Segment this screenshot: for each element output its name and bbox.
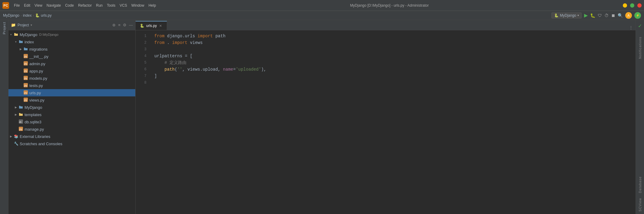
tree-collapse-button[interactable]: ≡ <box>118 23 120 27</box>
editor-menu-button[interactable]: ⋮ <box>629 25 633 30</box>
profile-button[interactable]: ⏱ <box>604 13 609 18</box>
menu-item-tools[interactable]: Tools <box>107 3 115 8</box>
code-area[interactable]: from django.urls import pathfrom . impor… <box>150 30 636 214</box>
tree-icon-mydjango-root <box>13 32 19 37</box>
stop-button[interactable]: ⏹ <box>611 13 615 18</box>
tree-item-views-py[interactable]: pyviews.py <box>8 96 135 104</box>
tree-name-manage-py: manage.py <box>25 127 44 132</box>
svg-text:py: py <box>24 62 27 65</box>
user-avatar[interactable]: A <box>625 12 632 19</box>
tree-arrow-index-folder: ▾ <box>13 40 18 43</box>
tree-item-mydjango-root[interactable]: ▾MyDjangoD:\MyDjango <box>8 31 135 38</box>
tree-arrow-migrations-folder: ▶ <box>18 48 23 51</box>
tree-item-templates-folder[interactable]: ▶templates <box>8 111 135 118</box>
tree-header-icons: ⊕ ≡ ⚙ — <box>112 23 133 27</box>
tree-settings-button[interactable]: ⚙ <box>123 23 126 27</box>
project-panel-label[interactable]: Project <box>0 20 8 214</box>
file-tree-header: 📁 Project ▾ ⊕ ≡ ⚙ — <box>8 20 135 30</box>
tree-hide-button[interactable]: — <box>129 23 133 27</box>
line-number-2: 2 <box>136 39 150 46</box>
tab-file-icon: 🐍 <box>140 24 144 28</box>
code-line-6: path('', views.upload, name='uploaded'), <box>154 66 631 73</box>
editor-tabs: 🐍 urls.py ✕ ⋮ <box>136 20 636 30</box>
tree-item-index-folder[interactable]: ▾index <box>8 38 135 45</box>
debug-button[interactable]: 🐛 <box>590 13 595 18</box>
scview-section[interactable]: SCView <box>636 196 644 214</box>
titlebar: PC FileEditViewNavigateCodeRefactorRunTo… <box>0 0 644 11</box>
editor-area: 🐍 urls.py ✕ ⋮ 12345678 from django.urls … <box>136 20 636 214</box>
run-button[interactable]: ▶ <box>584 12 588 18</box>
tree-item-manage-py[interactable]: pymanage.py <box>8 125 135 133</box>
tree-item-apps-py[interactable]: pyapps.py <box>8 67 135 75</box>
svg-text:py: py <box>19 128 22 131</box>
menu-item-run[interactable]: Run <box>96 3 103 8</box>
menu-item-edit[interactable]: Edit <box>24 3 30 8</box>
tree-icon-tests-py: py <box>23 83 28 88</box>
tree-name-scratches: Scratches and Consoles <box>20 142 62 146</box>
coverage-button[interactable]: 🛡 <box>598 13 602 18</box>
tree-item-mydjango-folder[interactable]: ▶MyDjango <box>8 104 135 111</box>
tree-icon-index-folder <box>18 40 24 44</box>
tree-arrow-mydjango-root: ▾ <box>8 33 13 36</box>
line-number-1: 1 <box>136 33 150 39</box>
tree-icon-mydjango-folder <box>18 105 24 110</box>
breadcrumb-index[interactable]: index <box>23 13 32 18</box>
tree-icon-templates-folder <box>18 112 24 117</box>
code-line-2: from . import views <box>154 39 631 46</box>
minimize-button[interactable] <box>623 3 627 8</box>
menu-bar: FileEditViewNavigateCodeRefactorRunTools… <box>14 3 156 8</box>
line-number-3: 3 <box>136 46 150 53</box>
breadcrumb-mydjango[interactable]: MyDjango <box>3 13 19 18</box>
main-area: Project 📁 Project ▾ ⊕ ≡ ⚙ — ▾MyDjangoD:\… <box>0 20 644 214</box>
tree-item-db-sqlite[interactable]: dbdb.sqlite3 <box>8 118 135 125</box>
tree-item-tests-py[interactable]: pytests.py <box>8 82 135 89</box>
menu-item-window[interactable]: Window <box>131 3 144 8</box>
tree-name-external-libs: External Libraries <box>20 134 50 139</box>
menu-item-file[interactable]: File <box>14 3 20 8</box>
svg-text:py: py <box>24 55 27 58</box>
editor-content: 12345678 from django.urls import pathfro… <box>136 30 636 214</box>
line-number-5: 5 <box>136 59 150 66</box>
tree-name-migrations-folder: migrations <box>29 47 48 52</box>
tree-item-init-py[interactable]: py__init__.py <box>8 53 135 60</box>
tree-icon-models-py: py <box>23 76 28 81</box>
maximize-button[interactable] <box>630 3 634 8</box>
tree-item-models-py[interactable]: pymodels.py <box>8 75 135 82</box>
code-line-4: urlpatterns = [ <box>154 53 631 59</box>
tree-name-models-py: models.py <box>29 76 47 81</box>
tree-header-title: 📁 Project ▾ <box>11 23 110 27</box>
editor-tab-urls-py[interactable]: 🐍 urls.py ✕ <box>136 21 167 30</box>
tree-icon-admin-py: py <box>23 61 28 66</box>
app-logo: PC <box>2 2 9 9</box>
tree-name-views-py: views.py <box>29 98 44 102</box>
tree-item-migrations-folder[interactable]: ▶migrations <box>8 45 135 53</box>
notifications-section[interactable]: Notifications <box>636 32 644 174</box>
tree-icon-external-libs: 📚 <box>13 134 19 139</box>
file-tree-panel: 📁 Project ▾ ⊕ ≡ ⚙ — ▾MyDjangoD:\MyDjango… <box>8 20 136 214</box>
tree-item-scratches[interactable]: 🔧Scratches and Consoles <box>8 140 135 147</box>
svg-text:py: py <box>24 91 27 94</box>
tree-new-button[interactable]: ⊕ <box>112 23 116 27</box>
database-section[interactable]: Database <box>636 174 644 196</box>
tree-name-apps-py: apps.py <box>29 69 43 73</box>
close-button[interactable] <box>637 3 642 8</box>
tree-item-urls-py[interactable]: pyurls.py <box>8 89 135 96</box>
window-title: MyDjango [D:\MyDjango] - urls.py - Admin… <box>161 3 618 8</box>
run-config-selector[interactable]: 🐍 MyDjango ▾ <box>551 12 582 18</box>
tab-close-button[interactable]: ✕ <box>159 24 163 28</box>
tree-item-external-libs[interactable]: ▶📚External Libraries <box>8 133 135 140</box>
svg-text:py: py <box>24 84 27 87</box>
menu-item-code[interactable]: Code <box>65 3 74 8</box>
search-button[interactable]: 🔍 <box>618 13 623 18</box>
menu-item-navigate[interactable]: Navigate <box>47 3 61 8</box>
line-numbers: 12345678 <box>136 30 150 214</box>
tree-item-admin-py[interactable]: pyadmin.py <box>8 60 135 67</box>
tree-dropdown-icon[interactable]: ▾ <box>31 23 32 27</box>
menu-item-help[interactable]: Help <box>149 3 156 8</box>
tree-arrow-templates-folder: ▶ <box>13 113 18 116</box>
menu-item-refactor[interactable]: Refactor <box>78 3 92 8</box>
menu-item-view[interactable]: View <box>34 3 42 8</box>
right-sidebar: ✓ Notifications Database SCView <box>636 20 644 214</box>
plugin-icon[interactable]: ⚡ <box>634 12 641 19</box>
menu-item-vcs[interactable]: VCS <box>120 3 127 8</box>
